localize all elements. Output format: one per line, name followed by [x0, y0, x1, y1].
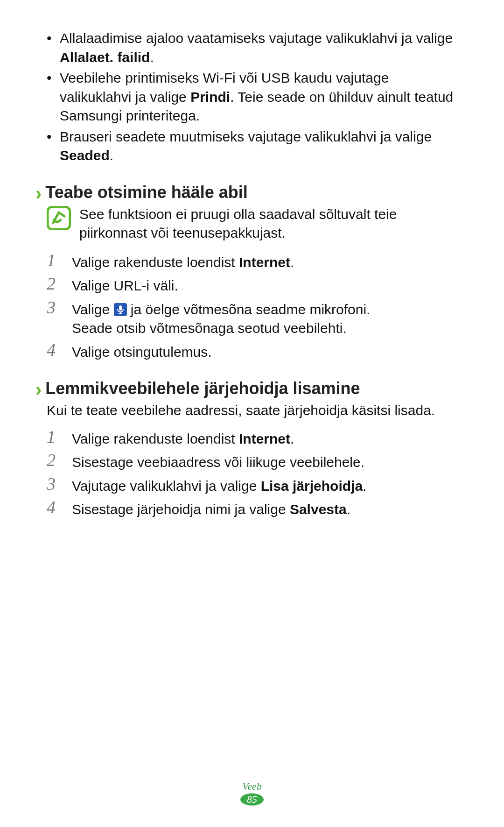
step-text-before-mic: Valige — [72, 302, 114, 317]
step-text-after: . — [347, 502, 350, 517]
step-item: 1 Valige rakenduste loendist Internet. — [47, 429, 462, 449]
step-text-bold: Lisa järjehoidja — [261, 478, 363, 494]
step-text-after-mic: ja öelge võtmesõna seadme mikrofoni. — [127, 302, 371, 317]
bullet-item: Brauseri seadete muutmiseks vajutage val… — [47, 127, 462, 165]
section-header-voice-search: › Teabe otsimine hääle abil — [35, 182, 462, 202]
step-item: 4 Valige otsingutulemus. — [47, 342, 462, 362]
bullet-item: Veebilehe printimiseks Wi-Fi või USB kau… — [47, 69, 462, 126]
step-body: Sisestage veebiaadress või liikuge veebi… — [72, 452, 364, 472]
step-number: 4 — [47, 498, 63, 516]
step-text-before: Valige URL-i väli. — [72, 278, 178, 293]
page-number: 85 — [242, 793, 262, 805]
step-item: 3 Vajutage valikuklahvi ja valige Lisa j… — [47, 476, 462, 496]
section-title: Lemmikveebilehele järjehoidja lisamine — [45, 379, 360, 398]
bullet-text-after: . — [110, 148, 113, 163]
step-number: 2 — [47, 451, 63, 469]
step-text-before: Valige rakenduste loendist — [72, 254, 239, 270]
step-item: 4 Sisestage järjehoidja nimi ja valige S… — [47, 499, 462, 519]
bullet-item: Allalaadimise ajaloo vaatamiseks vajutag… — [47, 29, 462, 67]
bullet-text-bold: Seaded — [60, 148, 110, 163]
bullet-text-before: Allalaadimise ajaloo vaatamiseks vajutag… — [60, 30, 453, 46]
step-text-before: Sisestage järjehoidja nimi ja valige — [72, 502, 290, 517]
note-text: See funktsioon ei pruugi olla saadaval s… — [79, 205, 462, 243]
step-item: 2 Valige URL-i väli. — [47, 276, 462, 296]
chevron-right-icon: › — [35, 184, 42, 203]
step-text-after: . — [290, 254, 294, 270]
manual-page: Allalaadimise ajaloo vaatamiseks vajutag… — [0, 0, 504, 827]
step-item: 1 Valige rakenduste loendist Internet. — [47, 252, 462, 272]
bullet-text-before: Brauseri seadete muutmiseks vajutage val… — [60, 129, 432, 144]
step-number: 1 — [47, 251, 63, 269]
section-header-bookmark: › Lemmikveebilehele järjehoidja lisamine — [35, 378, 462, 398]
step-text-before: Vajutage valikuklahvi ja valige — [72, 478, 261, 494]
step-body: Valige URL-i väli. — [72, 276, 178, 296]
step-body: Valige rakenduste loendist Internet. — [72, 252, 294, 272]
step-body: Sisestage järjehoidja nimi ja valige Sal… — [72, 499, 350, 519]
bullet-text-after: . — [150, 49, 154, 65]
section-title: Teabe otsimine hääle abil — [45, 183, 247, 202]
step-text-bold: Internet — [239, 431, 290, 446]
bullet-text-bold: Allalaet. failid — [60, 49, 150, 65]
step-text-after: . — [363, 478, 366, 494]
svg-rect-0 — [48, 207, 70, 229]
bullet-list: Allalaadimise ajaloo vaatamiseks vajutag… — [47, 29, 462, 165]
step-text-bold: Internet — [239, 254, 290, 270]
step-text-before: Valige otsingutulemus. — [72, 344, 212, 360]
chevron-right-icon: › — [35, 380, 42, 399]
step-number: 3 — [47, 298, 63, 316]
step-body: Valige otsingutulemus. — [72, 342, 212, 362]
page-footer: Veeb 85 — [0, 780, 504, 806]
step-text-before: Valige rakenduste loendist — [72, 431, 239, 446]
step-list-voice: 1 Valige rakenduste loendist Internet. 2… — [47, 252, 462, 362]
step-number: 4 — [47, 341, 63, 359]
step-text-line2: Seade otsib võtmesõnaga seotud veebileht… — [72, 320, 347, 336]
step-text-bold: Salvesta — [290, 502, 347, 517]
step-number: 3 — [47, 475, 63, 493]
note-icon — [47, 206, 71, 232]
microphone-icon — [114, 303, 127, 316]
step-text-before: Sisestage veebiaadress või liikuge veebi… — [72, 454, 364, 470]
step-body: Valige ja öelge võtmesõna seadme mikrofo… — [72, 299, 370, 338]
step-number: 2 — [47, 275, 63, 292]
section-intro: Kui te teate veebilehe aadressi, saate j… — [47, 401, 462, 420]
svg-rect-2 — [119, 305, 122, 311]
step-body: Vajutage valikuklahvi ja valige Lisa jär… — [72, 476, 366, 496]
page-number-badge: 85 — [242, 793, 262, 806]
bullet-text-bold: Prindi — [190, 89, 230, 105]
step-body: Valige rakenduste loendist Internet. — [72, 429, 294, 449]
footer-section-label: Veeb — [0, 780, 504, 792]
info-note: See funktsioon ei pruugi olla saadaval s… — [47, 205, 462, 243]
step-item: 2 Sisestage veebiaadress või liikuge vee… — [47, 452, 462, 472]
step-text-after: . — [290, 431, 294, 446]
step-number: 1 — [47, 428, 63, 445]
step-item: 3 Valige ja öelge võtmesõna seadme mikro… — [47, 299, 462, 338]
step-list-bookmark: 1 Valige rakenduste loendist Internet. 2… — [47, 429, 462, 519]
